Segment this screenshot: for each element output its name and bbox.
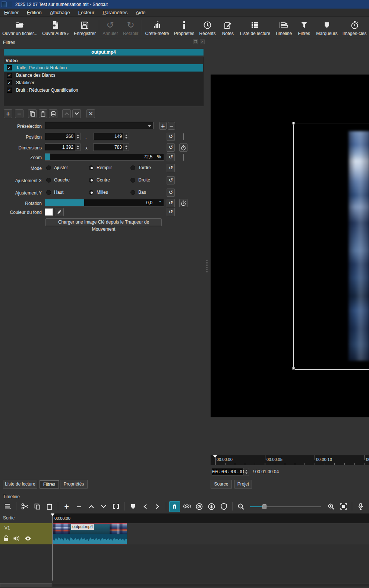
position-reset-button[interactable]: ↺ [167, 133, 175, 141]
dimensions-w-field[interactable]: 1 392 [45, 143, 81, 151]
timeline-ruler[interactable]: 00:00:00 [53, 513, 369, 523]
filter-row-selected[interactable]: ✓ Taille, Position & Rotation [4, 64, 203, 72]
halign-droite-radio[interactable]: Droite [130, 177, 150, 183]
zoom-slider-handle[interactable] [262, 504, 266, 509]
zoom-reset-button[interactable]: ↺ [167, 153, 175, 161]
player-playhead[interactable] [215, 455, 215, 465]
tab-proprietes[interactable]: Propriétés [60, 480, 88, 489]
dimensions-reset-button[interactable]: ↺ [167, 143, 175, 152]
spr-rectangle-control[interactable] [293, 123, 369, 370]
zoom-slider[interactable]: 72,5 % [45, 153, 164, 161]
marker-button[interactable] [127, 501, 138, 512]
move-filter-down-button[interactable] [72, 109, 81, 118]
dimensions-h-field[interactable]: 783 [93, 143, 129, 151]
peak-meter-button[interactable]: Crête-mètre [143, 17, 171, 38]
dimensions-keyframe-button[interactable] [179, 143, 187, 152]
spinner-arrows[interactable] [75, 133, 80, 140]
open-file-button[interactable]: Ouvrir un fichier... [0, 17, 40, 38]
timeline-playhead[interactable] [53, 513, 53, 581]
mode-tordre-radio[interactable]: Tordre [130, 165, 151, 170]
move-filter-up-button[interactable] [62, 109, 71, 118]
menu-fichier[interactable]: Fichier [0, 9, 23, 16]
playlist-button[interactable]: Liste de lecture [237, 17, 272, 38]
bgcolor-swatch[interactable] [45, 208, 53, 216]
rotation-keyframe-button[interactable] [179, 199, 187, 207]
filter-row[interactable]: ✓ Balance des Blancs [4, 72, 203, 79]
output-track-head[interactable]: Sortie [0, 513, 52, 523]
timecode-spinner[interactable] [244, 468, 249, 475]
filter-row[interactable]: ✓ Bruit : Réducteur Quantification [4, 86, 203, 94]
split-button[interactable] [110, 501, 121, 512]
paste-filters-button[interactable] [39, 109, 47, 118]
valign-milieu-radio[interactable]: Milieu [89, 190, 108, 195]
copy-filters-button[interactable] [28, 109, 37, 118]
append-button[interactable]: + [61, 501, 72, 512]
filter-checkbox[interactable]: ✓ [7, 73, 12, 78]
tab-filtres[interactable]: Filtres [40, 480, 59, 489]
tab-source[interactable]: Source [211, 480, 232, 489]
bgcolor-picker-button[interactable] [55, 208, 64, 216]
valign-bas-radio[interactable]: Bas [130, 190, 146, 195]
tab-liste-de-lecture[interactable]: Liste de lecture [3, 480, 37, 489]
rotation-reset-button[interactable]: ↺ [167, 199, 175, 207]
undo-button[interactable]: ↺ Annuler [100, 17, 120, 38]
motion-tracker-button[interactable]: Charger une Image Clé depuis le Traqueur… [45, 218, 162, 226]
zoom-fit-button[interactable] [338, 501, 349, 512]
menu-affichage[interactable]: Affichage [46, 9, 74, 16]
lock-open-icon[interactable] [3, 535, 9, 542]
cut-button[interactable] [19, 501, 30, 512]
record-audio-button[interactable] [355, 501, 366, 512]
preset-combobox[interactable] [45, 122, 154, 129]
properties-button[interactable]: Propriétés [171, 17, 197, 38]
halign-reset-button[interactable]: ↺ [167, 176, 175, 184]
ripple-markers-button[interactable] [218, 501, 229, 512]
menu-parametres[interactable]: Paramètres [98, 9, 132, 16]
rotation-slider[interactable]: 0,0 ° [45, 199, 164, 206]
save-preset-button[interactable]: + [159, 122, 167, 130]
add-filter-button[interactable]: + [4, 109, 12, 118]
timeline-scrollbar-corner[interactable] [0, 583, 52, 587]
eye-icon[interactable] [24, 536, 32, 541]
position-x-field[interactable]: 260 [45, 133, 81, 140]
filters-button[interactable]: Filtres [294, 17, 314, 38]
timeline-horizontal-scrollbar[interactable] [53, 584, 369, 587]
timeline-clip-output-mp4[interactable]: output.mp4 [53, 523, 127, 544]
player-ruler[interactable]: 00:00:00 00:00:05 00:00:10 00:00:15 [211, 455, 369, 465]
lift-button[interactable] [86, 501, 97, 512]
mode-remplir-radio[interactable]: Remplir [89, 165, 112, 170]
filter-row[interactable]: ✓ Stabiliser [4, 79, 203, 86]
menu-aide[interactable]: Aide [132, 9, 149, 16]
filter-checkbox[interactable]: ✓ [7, 65, 12, 70]
menu-lecteur[interactable]: Lecteur [74, 9, 98, 16]
keyframes-button[interactable]: Images-clés [340, 17, 369, 38]
deselect-filter-button[interactable]: ✕ [86, 109, 95, 118]
ripple-delete-button[interactable]: − [73, 501, 84, 512]
panel-splitter[interactable] [206, 260, 208, 274]
valign-reset-button[interactable]: ↺ [167, 189, 175, 197]
ripple-all-tracks-button[interactable] [206, 501, 217, 512]
open-other-button[interactable]: Ouvrir Autre [40, 17, 72, 38]
paste-button[interactable] [44, 501, 55, 512]
filter-checkbox[interactable]: ✓ [7, 80, 12, 85]
halign-gauche-radio[interactable]: Gauche [46, 177, 70, 183]
spinner-arrows[interactable] [75, 144, 80, 151]
notes-button[interactable]: Notes [218, 17, 237, 38]
spinner-arrows[interactable] [123, 144, 129, 151]
delete-preset-button[interactable]: − [168, 122, 175, 130]
snap-button[interactable] [169, 501, 180, 512]
filter-checkbox[interactable]: ✓ [7, 88, 12, 93]
timeline-zoom-in-button[interactable] [326, 501, 337, 512]
overwrite-button[interactable] [98, 501, 109, 512]
timeline-zoom-slider[interactable] [250, 504, 321, 509]
panel-float-icon[interactable]: ❐ [193, 39, 198, 44]
markers-button[interactable]: Marqueurs [314, 17, 340, 38]
bgcolor-reset-button[interactable]: ↺ [167, 208, 175, 216]
scrub-while-dragging-button[interactable] [182, 501, 192, 512]
mode-ajuster-radio[interactable]: Ajuster [46, 165, 68, 170]
redo-button[interactable]: ↻ Rétablir [120, 17, 141, 38]
mode-reset-button[interactable]: ↺ [167, 164, 175, 172]
menu-edition[interactable]: Édition [23, 9, 46, 16]
next-marker-button[interactable] [152, 501, 163, 512]
timeline-button[interactable]: Timeline [273, 17, 294, 38]
timeline-zoom-out-button[interactable] [236, 501, 246, 512]
